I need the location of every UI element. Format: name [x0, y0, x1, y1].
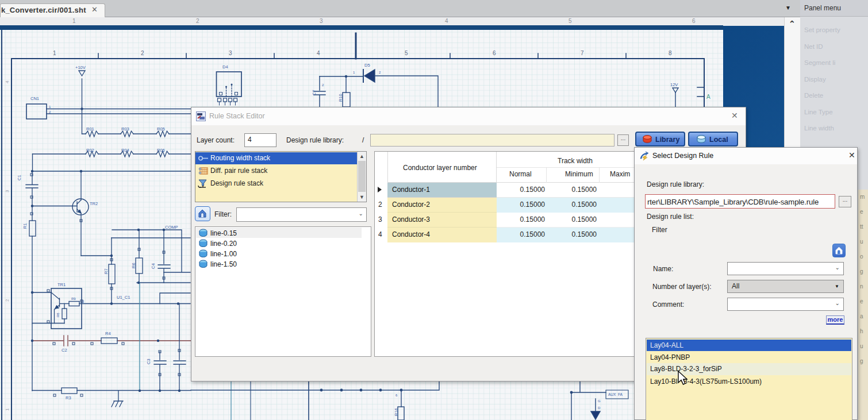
- svg-text:R03: R03: [121, 126, 129, 132]
- svg-text:3: 3: [5, 190, 10, 192]
- svg-text:+10V: +10V: [75, 65, 86, 70]
- svg-text:1: 1: [53, 50, 56, 56]
- svg-text:R8: R8: [56, 313, 60, 317]
- svg-text:R05: R05: [157, 126, 165, 132]
- svg-text:R7: R7: [103, 268, 109, 274]
- svg-text:R06: R06: [157, 148, 165, 153]
- svg-text:12V: 12V: [670, 82, 678, 87]
- svg-text:7: 7: [581, 50, 584, 56]
- svg-text:6: 6: [493, 50, 496, 56]
- svg-text:R1: R1: [22, 223, 28, 229]
- svg-text:3: 3: [229, 50, 232, 56]
- svg-text:R04: R04: [121, 148, 129, 153]
- svg-text:U1_C1: U1_C1: [117, 295, 130, 300]
- svg-text:C4: C4: [151, 263, 156, 269]
- svg-text:C3: C3: [146, 359, 151, 364]
- svg-text:G: G: [598, 399, 601, 403]
- svg-text:R10: R10: [338, 94, 343, 102]
- svg-text:R16: R16: [394, 408, 399, 416]
- svg-text:C2: C2: [62, 348, 67, 353]
- svg-text:1: 1: [5, 408, 10, 411]
- svg-text:D4: D4: [222, 64, 228, 70]
- svg-text:4: 4: [317, 50, 320, 56]
- svg-text:R3: R3: [66, 395, 71, 400]
- svg-text:TR1: TR1: [57, 282, 66, 287]
- svg-text:2: 2: [5, 299, 10, 302]
- svg-text:CN1: CN1: [30, 96, 39, 101]
- svg-text:D5: D5: [364, 63, 370, 68]
- svg-text:R01: R01: [86, 126, 94, 132]
- svg-text:TR2: TR2: [90, 201, 98, 206]
- svg-text:R9: R9: [71, 297, 76, 300]
- svg-text:A: A: [706, 94, 710, 100]
- svg-text:4: 4: [5, 80, 10, 83]
- svg-text:C1: C1: [17, 175, 22, 180]
- svg-text:D: D: [598, 406, 601, 410]
- svg-text:R4: R4: [105, 331, 111, 336]
- svg-text:R6: R6: [131, 263, 136, 268]
- svg-text:R02: R02: [86, 148, 94, 153]
- svg-text:8: 8: [669, 50, 672, 56]
- svg-text:2: 2: [141, 50, 144, 56]
- svg-text:C7: C7: [312, 90, 317, 95]
- svg-text:COMP: COMP: [165, 225, 178, 230]
- svg-text:AUX FA: AUX FA: [608, 392, 623, 396]
- svg-text:5: 5: [405, 50, 408, 56]
